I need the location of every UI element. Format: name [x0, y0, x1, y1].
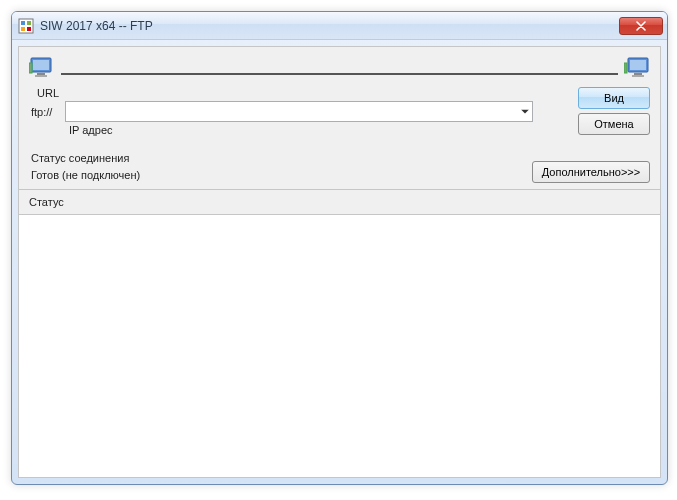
cancel-button[interactable]: Отмена	[578, 113, 650, 135]
connection-status-label: Статус соединения	[31, 150, 532, 167]
connection-status-value: Готов (не подключен)	[31, 167, 532, 184]
progress-line	[61, 73, 618, 75]
transfer-visual	[29, 55, 650, 81]
status-output	[19, 214, 660, 477]
svg-rect-9	[29, 63, 32, 73]
ftp-dialog-window: SIW 2017 x64 -- FTP	[11, 11, 668, 485]
svg-rect-2	[27, 21, 31, 25]
url-label: URL	[37, 87, 568, 99]
local-computer-icon	[29, 55, 55, 81]
app-icon	[18, 18, 34, 34]
svg-rect-4	[27, 27, 31, 31]
svg-rect-13	[632, 75, 644, 77]
svg-rect-3	[21, 27, 25, 31]
url-input[interactable]	[65, 101, 533, 122]
window-title: SIW 2017 x64 -- FTP	[40, 19, 619, 33]
svg-rect-11	[630, 60, 646, 70]
svg-rect-8	[35, 75, 47, 77]
close-icon	[636, 21, 646, 31]
svg-rect-1	[21, 21, 25, 25]
svg-rect-12	[634, 73, 642, 75]
ip-address-label: IP адрес	[69, 124, 568, 136]
svg-rect-7	[37, 73, 45, 75]
svg-rect-14	[624, 63, 627, 73]
svg-rect-6	[33, 60, 49, 70]
view-button[interactable]: Вид	[578, 87, 650, 109]
client-area: URL ftp:// IP адрес Вид Отмена	[18, 46, 661, 478]
upper-section: URL ftp:// IP адрес Вид Отмена	[19, 47, 660, 189]
close-button[interactable]	[619, 17, 663, 35]
protocol-label: ftp://	[29, 106, 59, 118]
status-section: Статус	[19, 189, 660, 477]
titlebar[interactable]: SIW 2017 x64 -- FTP	[12, 12, 667, 40]
more-button[interactable]: Дополнительно>>>	[532, 161, 650, 183]
status-header: Статус	[19, 190, 660, 214]
remote-computer-icon	[624, 55, 650, 81]
